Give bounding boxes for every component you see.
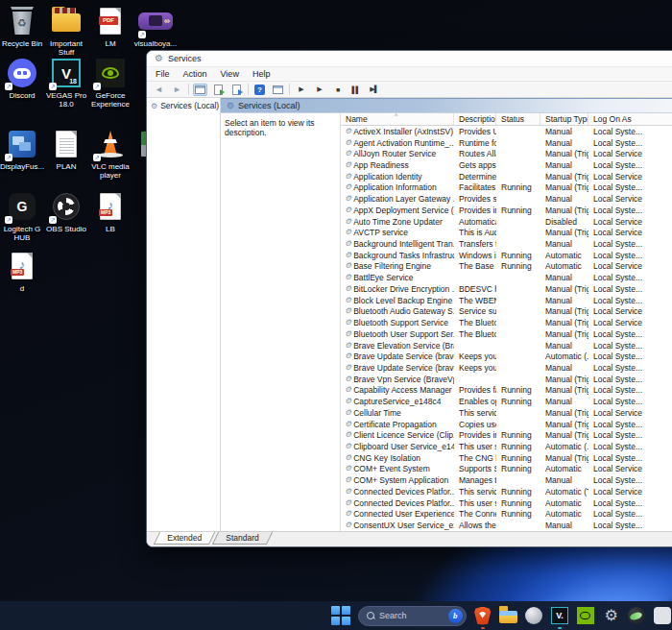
window-titlebar[interactable]: ⚙ Services [147,51,672,67]
desktop-icon-vlc[interactable]: ↗ VLC media player [88,127,132,180]
service-gear-icon: ⚙ [345,443,351,450]
table-row[interactable]: ⚙Connected User Experience... The Connec… [341,508,672,520]
table-row[interactable]: ⚙App Readiness Gets apps re... Manual Lo… [341,159,672,171]
table-row[interactable]: ⚙COM+ Event System Supports Sy... Runnin… [341,464,672,475]
table-row[interactable]: ⚙Brave Vpn Service (BraveVp... Manual (T… [341,374,672,385]
search-box[interactable]: Search b [358,606,467,626]
menu-item[interactable]: Help [252,69,271,79]
help-icon[interactable]: ? [252,84,267,96]
desktop-icon-geforce[interactable]: ↗ GeForce Experience [88,56,132,109]
back-icon[interactable]: ◄ [152,84,166,96]
resume-service-icon[interactable]: ▶ [312,84,326,96]
menu-item[interactable]: File [156,69,170,79]
show-console-tree-icon[interactable] [193,84,207,96]
service-gear-icon: ⚙ [345,488,351,496]
menu-item[interactable]: View [221,69,239,79]
table-row[interactable]: ⚙Block Level Backup Engine ... The WBENG… [341,295,672,306]
column-header-name[interactable]: Name^ [341,113,454,125]
table-row[interactable]: ⚙Application Identity Determines ... Man… [341,171,672,182]
services-app-icon: ⚙ [155,54,163,63]
table-row[interactable]: ⚙COM+ System Application Manages th... M… [341,474,672,486]
table-row[interactable]: ⚙Application Information Facilitates t..… [341,182,672,194]
table-row[interactable]: ⚙Brave Update Service (brave) Keeps your… [341,351,672,362]
desktop-icon-discord[interactable]: ↗ Discord [0,56,44,100]
table-row[interactable]: ⚙CaptureService_e148c4 Enables opti... R… [341,396,672,407]
table-row[interactable]: ⚙Bluetooth Audio Gateway S... Service su… [341,306,672,318]
table-row[interactable]: ⚙Application Layer Gateway ... Provides … [341,193,672,205]
table-row[interactable]: ⚙Certificate Propagation Copies user ...… [341,419,672,430]
service-gear-icon: ⚙ [345,285,351,293]
stop-service-icon[interactable]: ■ [330,84,345,96]
taskbar-settings[interactable]: ⚙ [602,605,621,626]
taskbar-geforce[interactable] [576,605,595,626]
table-row[interactable]: ⚙Agent Activation Runtime_... Runtime fo… [341,137,672,149]
tab-extended[interactable]: Extended [154,532,215,545]
desktop-icon-visualboyadvance[interactable]: ↗ visualboya... [133,4,178,48]
table-row[interactable]: ⚙Connected Devices Platfor... This servi… [341,486,672,497]
table-row[interactable]: ⚙AppX Deployment Service (... Provides i… [341,205,672,216]
start-service-icon[interactable]: ▶ [294,84,308,96]
taskbar-partial-app[interactable] [653,605,672,626]
service-gear-icon: ⚙ [345,476,351,484]
desktop-icon-logitech-ghub[interactable]: G↗ Logitech G HUB [0,189,44,242]
tree-node-services-local[interactable]: ⚙ Services (Local) [151,101,216,110]
desktop-icon-recycle-bin[interactable]: ♻ Recycle Bin [0,4,44,48]
pause-service-icon[interactable]: ▌▌ [348,84,363,96]
desktop-icon-vegas-pro[interactable]: V18↗ VEGAS Pro 18.0 [44,56,88,109]
desktop-icon-obs[interactable]: ↗ OBS Studio [44,189,88,233]
desktop-icon-lb[interactable]: ♪MP3 LB [88,189,132,233]
table-row[interactable]: ⚙Background Intelligent Tran... Transfer… [341,238,672,250]
taskbar-round-app[interactable] [524,605,543,626]
refresh-icon[interactable] [211,84,226,96]
table-row[interactable]: ⚙Connected Devices Platfor... This user … [341,497,672,509]
desktop-icon-d[interactable]: ♪MP3 d [0,249,44,293]
service-gear-icon: ⚙ [345,376,351,383]
service-gear-icon: ⚙ [345,421,351,428]
table-row[interactable]: ⚙Bluetooth Support Service The Bluetoo..… [341,317,672,328]
column-header-status[interactable]: Status [496,113,540,125]
toolbar-separator [289,84,290,95]
table-row[interactable]: ⚙Brave Update Service (brave... Keeps yo… [341,362,672,374]
service-gear-icon: ⚙ [345,206,351,214]
service-gear-icon: ⚙ [345,465,351,472]
desktop-icon-plan[interactable]: PLAN [44,127,88,171]
menu-item[interactable]: Action [183,69,207,79]
table-row[interactable]: ⚙AllJoyn Router Service Routes AllJo... … [341,148,672,159]
table-row[interactable]: ⚙ConsentUX User Service_e1... Allows the… [341,520,672,531]
desktop-icon-important-stuff[interactable]: Important Stuff [44,4,88,57]
properties-icon[interactable] [271,84,285,96]
column-header-description[interactable]: Description [454,113,496,125]
taskbar-globe-app[interactable] [627,605,646,626]
table-row[interactable]: ⚙Clipboard User Service_e148... This use… [341,441,672,452]
export-list-icon[interactable] [229,84,244,96]
table-row[interactable]: ⚙ActiveX Installer (AxInstSV) Provides U… [341,126,672,137]
service-gear-icon: ⚙ [345,431,351,439]
table-row[interactable]: ⚙BattlEye Service Manual Local Syste... [341,272,672,283]
service-gear-icon: ⚙ [345,195,351,203]
restart-service-icon[interactable]: ▶▌ [367,84,381,96]
taskbar-brave[interactable] [473,605,492,626]
table-row[interactable]: ⚙CNG Key Isolation The CNG ke... Running… [341,452,672,464]
table-row[interactable]: ⚙Auto Time Zone Updater Automatica... Di… [341,216,672,228]
table-row[interactable]: ⚙Background Tasks Infrastruc... Windows … [341,250,672,261]
tab-standard[interactable]: Standard [212,532,273,545]
table-row[interactable]: ⚙Cellular Time This service ... Manual (… [341,407,672,419]
obs-studio-icon [53,193,80,220]
service-gear-icon: ⚙ [345,319,351,327]
start-button[interactable] [330,605,351,626]
desktop-icon-displayfusion[interactable]: ↗ DisplayFus... [0,127,44,171]
table-row[interactable]: ⚙Bluetooth User Support Ser... The Bluet… [341,328,672,340]
desktop-icon-lm[interactable]: PDF LM [88,4,132,48]
console-tree-pane: ⚙ Services (Local) [147,98,221,531]
table-row[interactable]: ⚙Brave Elevation Service (Bra... Manual … [341,340,672,351]
forward-icon[interactable]: ► [170,84,184,96]
table-row[interactable]: ⚙Capability Access Manager ... Provides … [341,385,672,397]
taskbar-vegas-pro[interactable]: V. [550,605,569,626]
column-header-startup-type[interactable]: Startup Type [540,113,588,125]
table-row[interactable]: ⚙Client Licence Service (Clip... Provide… [341,429,672,441]
table-row[interactable]: ⚙Base Filtering Engine The Base Fil... R… [341,261,672,273]
table-row[interactable]: ⚙BitLocker Drive Encryption ... BDESVC h… [341,283,672,295]
column-header-log-on-as[interactable]: Log On As [588,113,672,125]
taskbar-file-explorer[interactable] [499,605,518,626]
table-row[interactable]: ⚙AVCTP service This is Audi... Manual (T… [341,227,672,238]
